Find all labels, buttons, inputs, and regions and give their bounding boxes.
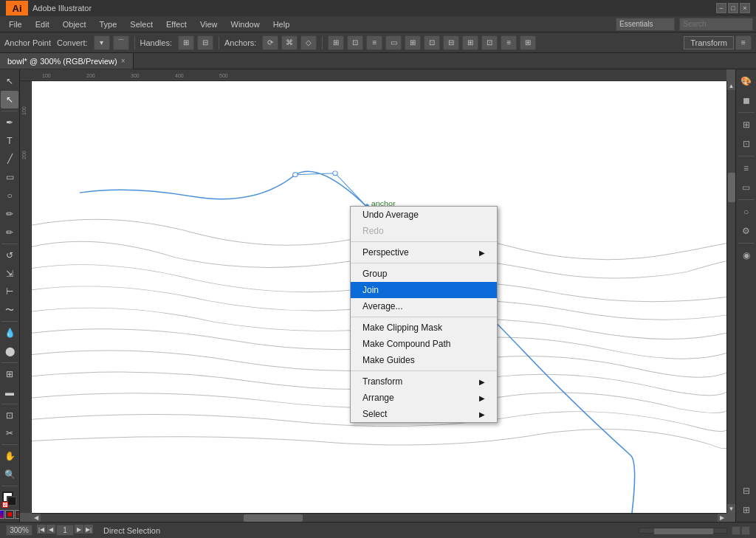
none-btn[interactable]: ⊘ <box>15 510 20 519</box>
h-scroll-mini[interactable] <box>639 528 727 534</box>
ctx-group[interactable]: Group <box>351 266 497 282</box>
align-btn3[interactable]: ▭ <box>385 35 402 50</box>
convert-btn2[interactable]: ⌒ <box>113 35 129 50</box>
anchors-btn3[interactable]: ◇ <box>300 35 317 50</box>
tool-paintbrush[interactable]: ✏ <box>1 205 18 223</box>
view-mode-btn[interactable] <box>741 526 750 535</box>
panel-transform-btn[interactable]: ⊞ <box>738 116 755 134</box>
tool-pen[interactable]: ✒ <box>1 114 18 131</box>
scroll-down-btn[interactable]: ▼ <box>727 504 736 513</box>
v-scroll-thumb[interactable] <box>728 173 735 202</box>
panel-color-btn[interactable]: 🎨 <box>738 72 755 90</box>
transform-panel-btn[interactable]: Transform <box>684 36 734 49</box>
nav-last-btn[interactable]: ▶| <box>84 525 93 534</box>
minimize-button[interactable]: − <box>716 3 726 13</box>
view-grid-btn[interactable] <box>732 526 740 535</box>
tool-eyedrop[interactable]: 💧 <box>1 324 18 342</box>
panel-bottom-btn[interactable]: ⊞ <box>738 501 755 519</box>
tool-ellipse[interactable]: ○ <box>1 187 18 204</box>
tool-width[interactable]: ⊢ <box>1 283 18 300</box>
ctx-transform[interactable]: Transform ▶ <box>351 373 497 390</box>
panel-stack-btn[interactable]: ⊟ <box>738 482 755 500</box>
h-scroll-track[interactable] <box>41 514 718 522</box>
tool-rect[interactable]: ▭ <box>1 168 18 186</box>
anchors-btn2[interactable]: ⌘ <box>281 35 298 50</box>
horizontal-scrollbar[interactable]: ◀ ▶ <box>32 513 726 522</box>
search-input[interactable] <box>679 18 753 31</box>
tab-close-btn[interactable]: × <box>121 57 126 65</box>
menu-view[interactable]: View <box>194 18 224 30</box>
snap-btn[interactable]: ⊞ <box>328 35 344 50</box>
tool-selection[interactable]: ↖ <box>1 72 18 90</box>
panel-layers-btn[interactable]: ◼ <box>738 92 755 109</box>
anchors-btn1[interactable]: ⟳ <box>262 35 278 50</box>
panel-starburst-btn[interactable]: ◉ <box>738 246 755 264</box>
ctx-make-compound-path[interactable]: Make Compound Path <box>351 336 497 352</box>
handles-btn2[interactable]: ⊟ <box>197 35 213 50</box>
h-scroll-thumb[interactable] <box>244 514 303 522</box>
maximize-button[interactable]: □ <box>728 3 738 13</box>
page-input[interactable] <box>56 525 74 536</box>
align-btn8[interactable]: ⊡ <box>481 35 498 50</box>
panel-circ-btn[interactable]: ○ <box>738 203 755 221</box>
tool-line[interactable]: ╱ <box>1 150 18 168</box>
canvas-area[interactable]: 100 200 300 400 500 100 200 <box>20 69 735 522</box>
nav-next-btn[interactable]: ▶ <box>75 525 83 534</box>
ctx-arrange[interactable]: Arrange ▶ <box>351 390 497 406</box>
panel-align-btn[interactable]: ⊡ <box>738 135 755 153</box>
v-scroll-track[interactable] <box>728 90 735 504</box>
document-tab[interactable]: bowl* @ 300% (RGB/Preview) × <box>0 53 134 69</box>
align-btn6[interactable]: ⊟ <box>443 35 459 50</box>
tool-artboard[interactable]: ⊡ <box>1 407 18 424</box>
tool-pencil[interactable]: ✏ <box>1 224 18 241</box>
fill-stroke-area[interactable]: ⊘ <box>1 490 18 508</box>
menu-object[interactable]: Object <box>57 18 92 30</box>
tool-direct-selection[interactable]: ↖ <box>1 91 18 108</box>
vertical-scrollbar[interactable]: ▲ ▼ <box>726 81 735 513</box>
scroll-up-btn[interactable]: ▲ <box>727 81 736 90</box>
nav-first-btn[interactable]: |◀ <box>37 525 46 534</box>
align-btn2[interactable]: ≡ <box>366 35 382 50</box>
panel-options-btn[interactable]: ≡ <box>735 35 752 50</box>
menu-file[interactable]: File <box>3 18 28 30</box>
stroke-box[interactable] <box>7 496 17 506</box>
h-scroll-mini-thumb[interactable] <box>654 528 713 534</box>
menu-select[interactable]: Select <box>124 18 159 30</box>
tool-scale[interactable]: ⇲ <box>1 265 18 283</box>
align-btn7[interactable]: ⊞ <box>462 35 478 50</box>
ctx-average[interactable]: Average... <box>351 298 497 314</box>
essentials-input[interactable] <box>616 18 675 31</box>
distribute-btn[interactable]: ≡ <box>501 35 517 50</box>
ctx-make-guides[interactable]: Make Guides <box>351 352 497 368</box>
tool-type[interactable]: T <box>1 132 18 150</box>
tool-slice[interactable]: ✂ <box>1 424 18 442</box>
panel-gear-btn[interactable]: ⚙ <box>738 222 755 240</box>
ctx-make-clipping-mask[interactable]: Make Clipping Mask <box>351 320 497 336</box>
ctx-select[interactable]: Select ▶ <box>351 406 497 422</box>
menu-window[interactable]: Window <box>225 18 266 30</box>
zoom-input[interactable] <box>6 525 32 536</box>
align-btn1[interactable]: ⊡ <box>347 35 363 50</box>
tool-warp[interactable]: 〜 <box>1 301 18 319</box>
ctx-perspective[interactable]: Perspective ▶ <box>351 244 497 261</box>
color-btn[interactable] <box>0 510 4 519</box>
scroll-left-btn[interactable]: ◀ <box>32 514 41 523</box>
nav-prev-btn[interactable]: ◀ <box>47 525 55 534</box>
convert-btn1[interactable]: ▾ <box>94 35 110 50</box>
tool-graph[interactable]: ▬ <box>1 384 18 401</box>
menu-edit[interactable]: Edit <box>30 18 55 30</box>
handles-btn1[interactable]: ⊞ <box>178 35 194 50</box>
tool-blend[interactable]: ⬤ <box>1 342 18 360</box>
scroll-right-btn[interactable]: ▶ <box>718 514 726 523</box>
distribute-btn2[interactable]: ⊞ <box>520 35 536 50</box>
panel-para-btn[interactable]: ≡ <box>738 159 755 177</box>
menu-type[interactable]: Type <box>94 18 123 30</box>
tool-symbol[interactable]: ⊞ <box>1 365 18 383</box>
tool-rotate[interactable]: ↺ <box>1 246 18 264</box>
tool-hand[interactable]: ✋ <box>1 447 18 465</box>
menu-effect[interactable]: Effect <box>160 18 193 30</box>
menu-help[interactable]: Help <box>267 18 296 30</box>
gradient-btn[interactable]: ◼ <box>5 510 14 519</box>
tool-zoom[interactable]: 🔍 <box>1 466 18 483</box>
ctx-undo-average[interactable]: Undo Average <box>351 207 497 223</box>
